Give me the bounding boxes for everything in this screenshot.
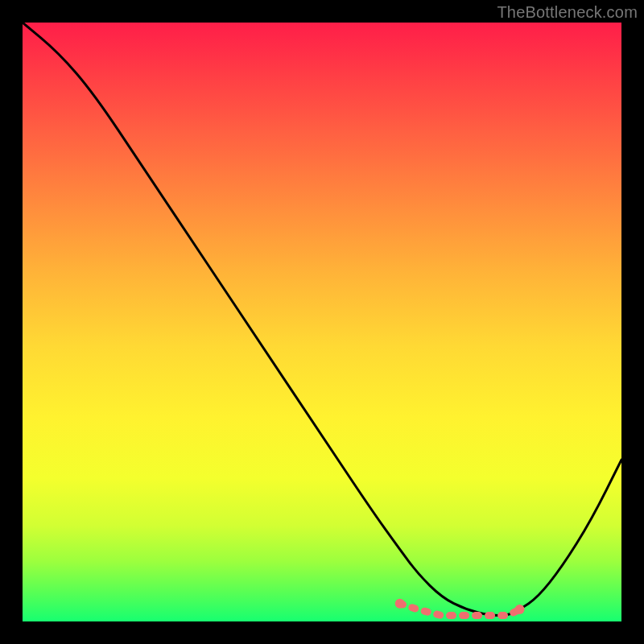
outer-frame: TheBottleneck.com <box>0 0 644 644</box>
plot-area <box>23 23 621 621</box>
plot-svg <box>23 23 621 621</box>
optimal-band-endpoint-0 <box>395 599 405 609</box>
watermark-text: TheBottleneck.com <box>497 3 638 22</box>
optimal-band-endpoint-1 <box>515 605 525 614</box>
bottleneck-curve-path <box>23 23 621 616</box>
